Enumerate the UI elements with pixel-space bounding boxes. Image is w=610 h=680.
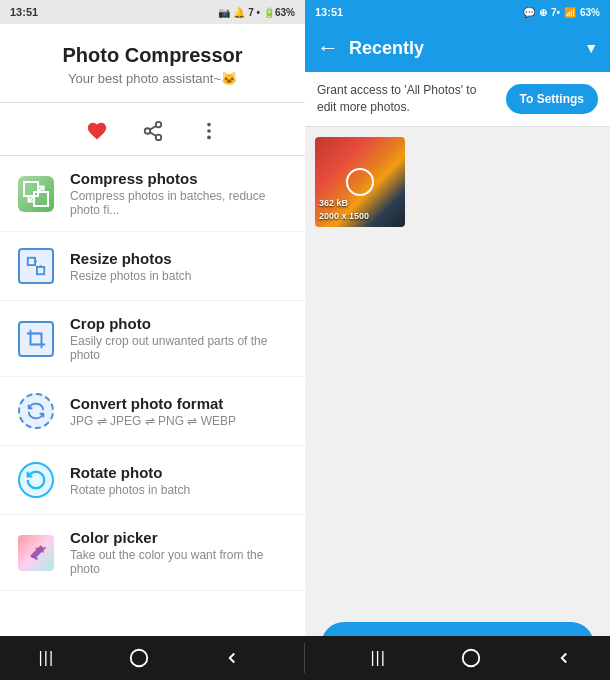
compress-svg — [26, 184, 46, 204]
color-picker-icon — [18, 535, 54, 571]
app-header: Photo Compressor Your best photo assista… — [0, 24, 305, 103]
convert-icon-wrap — [16, 391, 56, 431]
crop-desc: Easily crop out unwanted parts of the ph… — [70, 334, 289, 362]
photo-info: 362 kB 2000 x 1500 — [319, 197, 369, 222]
rotate-desc: Rotate photos in batch — [70, 483, 289, 497]
menu-item-resize[interactable]: Resize photos Resize photos in batch — [0, 232, 305, 301]
access-banner: Grant access to 'All Photos' to edit mor… — [305, 72, 610, 127]
bottom-nav: ||| ||| — [0, 636, 610, 680]
svg-point-15 — [131, 650, 148, 667]
svg-line-4 — [149, 126, 155, 130]
alert-icon: 🔔 — [233, 7, 245, 18]
resize-icon-wrap — [16, 246, 56, 286]
nav-home-right[interactable] — [451, 638, 491, 678]
photo-thumbnail[interactable]: 362 kB 2000 x 1500 — [315, 137, 405, 227]
battery-right: 63% — [580, 7, 600, 18]
right-top-bar: ← Recently ▼ — [305, 24, 610, 72]
svg-point-0 — [155, 122, 161, 128]
back-button[interactable]: ← — [317, 37, 339, 59]
resize-label: Resize photos — [70, 250, 289, 267]
nav-back-left[interactable] — [212, 638, 252, 678]
svg-point-16 — [463, 650, 480, 667]
rotate-icon-wrap — [16, 460, 56, 500]
left-panel: 13:51 📷 🔔 7 • 🔋63% Photo Compressor Your… — [0, 0, 305, 680]
app-subtitle: Your best photo assistant~🐱 — [16, 71, 289, 86]
resize-desc: Resize photos in batch — [70, 269, 289, 283]
svg-point-7 — [207, 136, 211, 140]
svg-point-1 — [144, 128, 150, 134]
svg-rect-14 — [31, 333, 42, 344]
crop-text: Crop photo Easily crop out unwanted part… — [70, 315, 289, 362]
svg-point-2 — [155, 135, 161, 141]
time-left: 13:51 — [10, 6, 38, 18]
status-icons-right: 💬 ⊕ 7• 📶 63% — [523, 7, 600, 18]
rotate-label: Rotate photo — [70, 464, 289, 481]
more-icon — [198, 120, 220, 142]
right-panel: 13:51 💬 ⊕ 7• 📶 63% ← Recently ▼ Grant ac… — [305, 0, 610, 680]
svg-point-5 — [207, 123, 211, 127]
menu-item-compress[interactable]: Compress photos Compress photos in batch… — [0, 156, 305, 232]
color-text: Color picker Take out the color you want… — [70, 529, 289, 576]
access-text: Grant access to 'All Photos' to edit mor… — [317, 82, 498, 116]
action-icons-row — [0, 103, 305, 156]
menu-item-color[interactable]: Color picker Take out the color you want… — [0, 515, 305, 591]
nav-back-right[interactable] — [544, 638, 584, 678]
crop-label: Crop photo — [70, 315, 289, 332]
back-chevron-left — [223, 649, 241, 667]
share-icon — [142, 120, 164, 142]
svg-line-3 — [149, 132, 155, 136]
color-svg — [26, 543, 46, 563]
heart-button[interactable] — [81, 115, 113, 147]
svg-point-6 — [207, 129, 211, 133]
compress-label: Compress photos — [70, 170, 289, 187]
chat-icon: 💬 — [523, 7, 535, 18]
compress-desc: Compress photos in batches, reduce photo… — [70, 189, 289, 217]
convert-desc: JPG ⇌ JPEG ⇌ PNG ⇌ WEBP — [70, 414, 289, 428]
notification-icon: 📷 — [218, 7, 230, 18]
home-circle-left — [128, 647, 150, 669]
menu-list: Compress photos Compress photos in batch… — [0, 156, 305, 680]
convert-text: Convert photo format JPG ⇌ JPEG ⇌ PNG ⇌ … — [70, 395, 289, 428]
dropdown-button[interactable]: ▼ — [584, 40, 598, 56]
battery-text: 🔋63% — [263, 7, 295, 18]
to-settings-button[interactable]: To Settings — [506, 84, 598, 114]
svg-rect-11 — [37, 267, 44, 274]
compress-icon — [18, 176, 54, 212]
photo-grid: 362 kB 2000 x 1500 — [305, 127, 610, 610]
crop-icon-wrap — [16, 319, 56, 359]
right-title: Recently — [349, 38, 574, 59]
menu-item-rotate[interactable]: Rotate photo Rotate photos in batch — [0, 446, 305, 515]
resize-svg — [25, 255, 47, 277]
resize-icon — [18, 248, 54, 284]
color-icon-wrap — [16, 533, 56, 573]
signal-right: 7• — [551, 7, 560, 18]
menu-item-convert[interactable]: Convert photo format JPG ⇌ JPEG ⇌ PNG ⇌ … — [0, 377, 305, 446]
status-bar-left: 13:51 📷 🔔 7 • 🔋63% — [0, 0, 305, 24]
share-button[interactable] — [137, 115, 169, 147]
convert-svg — [25, 400, 47, 422]
menu-item-crop[interactable]: Crop photo Easily crop out unwanted part… — [0, 301, 305, 377]
svg-rect-10 — [28, 258, 35, 265]
compress-text: Compress photos Compress photos in batch… — [70, 170, 289, 217]
convert-label: Convert photo format — [70, 395, 289, 412]
rotate-text: Rotate photo Rotate photos in batch — [70, 464, 289, 497]
wifi-icon: ⊕ — [539, 7, 547, 18]
photo-dimensions: 2000 x 1500 — [319, 210, 369, 223]
time-right: 13:51 — [315, 6, 343, 18]
nav-menu-right[interactable]: ||| — [358, 638, 398, 678]
convert-icon — [18, 393, 54, 429]
color-desc: Take out the color you want from the pho… — [70, 548, 289, 576]
nav-menu-left[interactable]: ||| — [26, 638, 66, 678]
back-chevron-right — [555, 649, 573, 667]
heart-icon — [86, 120, 108, 142]
rotate-svg — [25, 469, 47, 491]
nav-home-left[interactable] — [119, 638, 159, 678]
crop-svg — [25, 328, 47, 350]
photo-size: 362 kB — [319, 197, 369, 210]
bars-icon: 📶 — [564, 7, 576, 18]
more-button[interactable] — [193, 115, 225, 147]
signal-text: 7 • — [248, 7, 260, 18]
selection-circle — [346, 168, 374, 196]
app-title: Photo Compressor — [16, 44, 289, 67]
status-icons-left: 📷 🔔 7 • 🔋63% — [218, 7, 295, 18]
